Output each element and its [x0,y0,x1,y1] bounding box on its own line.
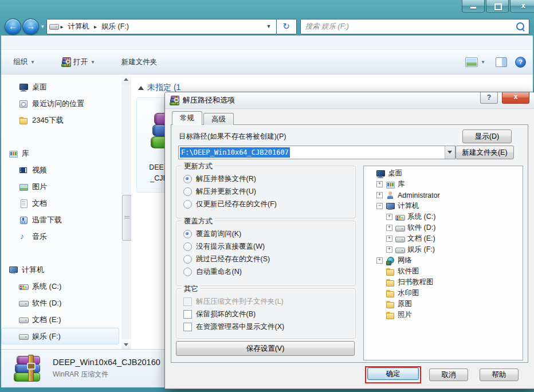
tree-expander-icon[interactable]: + [386,236,392,242]
tree-item[interactable]: + 系统 (C:) [364,211,523,222]
overwrite-mode-radio-option[interactable]: 跳过已经存在的文件(S) [176,253,355,265]
misc-checkbox-option[interactable]: 解压压缩文件到子文件夹(L) [176,295,355,308]
tree-item[interactable]: + 库 [364,179,523,190]
tree-item[interactable]: + 软件 (D:) [364,222,523,233]
sidebar-item[interactable]: 音乐 [1,228,119,245]
scrollbar-thumb[interactable] [122,195,132,241]
tree-item[interactable]: 桌面 [364,168,523,179]
save-settings-button[interactable]: 保存设置(V) [176,341,355,356]
combo-dropdown-icon[interactable] [445,146,455,159]
radio-icon [183,175,192,183]
display-button[interactable]: 显示(D) [462,130,512,143]
dialog-titlebar[interactable]: 解压路径和选项 ? x [165,92,534,109]
update-mode-group-label: 更新方式 [182,162,215,171]
back-button[interactable]: ← [5,18,21,35]
new-folder-dialog-button[interactable]: 新建文件夹(E) [456,146,514,159]
update-mode-radio-option[interactable]: 仅更新已经存在的文件(F) [176,198,355,210]
misc-checkbox-option[interactable]: 在资源管理器中显示文件(X) [176,320,355,333]
cancel-button[interactable]: 取消 [429,369,468,381]
sidebar-item[interactable]: 软件 (D:) [1,295,119,311]
sidebar-item[interactable]: 迅雷下载 [1,211,119,228]
update-mode-radio-option[interactable]: 解压并更新文件(U) [176,185,355,198]
tree-item[interactable]: − 计算机 [364,201,523,211]
help-icon[interactable]: ? [515,57,526,68]
refresh-button[interactable]: ↻ [277,19,297,34]
sidebar-scrollbar[interactable] [121,75,131,349]
open-button[interactable]: 打开 ▼ [56,54,100,70]
tree-item-icon [395,234,405,244]
tree-expander-icon[interactable]: + [386,214,392,220]
tree-expander-icon[interactable]: − [376,203,383,209]
maximize-button[interactable] [486,0,509,13]
address-row: ← → ▾ ▸ 计算机 ▸ 娱乐 (F:) ▼ ↻ [0,17,534,36]
forward-button[interactable]: → [22,18,39,35]
sidebar-item[interactable]: 库 [1,145,119,162]
tree-item[interactable]: 原图 [364,299,523,309]
tree-item[interactable]: + 文档 (E:) [364,233,523,244]
breadcrumb-computer[interactable]: 计算机 [66,21,92,32]
tree-item[interactable]: + Administrator [364,190,523,201]
scroll-down-icon[interactable] [121,339,131,349]
tree-item-label: 系统 (C:) [407,212,435,222]
tree-expander-icon[interactable]: + [376,181,383,187]
radio-label: 解压并替换文件(R) [196,174,256,184]
tree-item-icon [386,202,395,211]
tree-item[interactable]: 扫书教程图 [364,277,523,288]
overwrite-mode-radio-option[interactable]: 自动重命名(N) [176,265,355,278]
dialog-help-text-button[interactable]: 帮助 [480,369,519,381]
sidebar-item[interactable]: 图片 [1,178,119,195]
sidebar-item[interactable]: 视频 [1,162,119,178]
chevron-down-icon: ▼ [481,60,485,65]
tree-expander-icon[interactable]: + [376,257,383,264]
history-dropdown-icon[interactable]: ▾ [41,23,44,29]
tree-item-icon [395,213,405,222]
scroll-up-icon[interactable] [121,75,131,84]
breadcrumb-current-drive[interactable]: 娱乐 (F:) [99,21,131,32]
dialog-help-button[interactable]: ? [480,92,498,104]
sidebar-item-icon [19,116,28,125]
tree-expander-icon[interactable]: + [386,225,392,231]
address-dropdown-icon[interactable]: ▼ [264,23,274,29]
tree-item-icon [395,224,405,233]
misc-checkbox-option[interactable]: 保留损坏的文件(B) [176,308,355,320]
sidebar-item[interactable]: 最近访问的位置 [1,95,119,112]
sidebar-item[interactable]: 计算机 [1,261,119,278]
preview-pane-icon[interactable] [496,57,507,67]
new-folder-button[interactable]: 新建文件夹 [116,54,163,70]
sidebar-item[interactable]: 2345下载 [1,112,119,128]
sidebar-item-label: 桌面 [32,82,47,92]
tree-item[interactable]: 照片 [364,309,523,320]
update-mode-radio-option[interactable]: 解压并替换文件(R) [176,173,355,185]
new-folder-label: 新建文件夹 [121,57,158,67]
status-filename: DEEP_Win10x64_CJB20160 [53,358,160,367]
tree-expander-icon[interactable]: + [386,246,392,253]
ok-button[interactable]: 确定 [367,367,419,380]
sidebar-item-label: 计算机 [22,265,44,275]
minimize-button[interactable] [462,0,485,13]
close-button[interactable]: x [510,0,534,13]
overwrite-mode-radio-option[interactable]: 覆盖前询问(K) [176,228,355,240]
breadcrumb[interactable]: ▸ 计算机 ▸ 娱乐 (F:) ▼ [46,19,277,34]
sidebar-item[interactable]: 文档 (E:) [1,311,119,328]
search-input[interactable] [304,22,516,31]
sidebar-item[interactable]: 系统 (C:) [1,278,119,295]
dialog-tab[interactable]: 高级 [203,113,234,125]
tree-item[interactable]: + 娱乐 (F:) [364,244,523,255]
tree-item[interactable]: 软件图 [364,266,523,277]
tree-item[interactable]: 水印图 [364,288,523,299]
tree-item[interactable]: + 网络 [364,255,523,266]
organize-button[interactable]: 组织 ▼ [8,54,40,70]
destination-path-combo[interactable]: F:\DEEP_Win10x64_CJB201607 [178,146,456,159]
tab-label: 高级 [211,115,226,123]
sidebar-item[interactable]: 桌面 [1,79,119,95]
dialog-tab[interactable]: 常规 [172,111,202,125]
sidebar-item[interactable]: 文档 [1,195,119,211]
dialog-close-button[interactable]: x [502,92,529,104]
tree-expander-icon[interactable]: + [376,192,383,198]
search-box[interactable] [300,19,529,34]
overwrite-mode-radio-option[interactable]: 没有提示直接覆盖(W) [176,240,355,253]
sidebar-item[interactable]: 娱乐 (F:) [1,328,119,344]
tab-label: 常规 [180,114,194,122]
views-button[interactable]: ▼ [463,54,488,70]
tree-item-label: 库 [398,179,405,189]
